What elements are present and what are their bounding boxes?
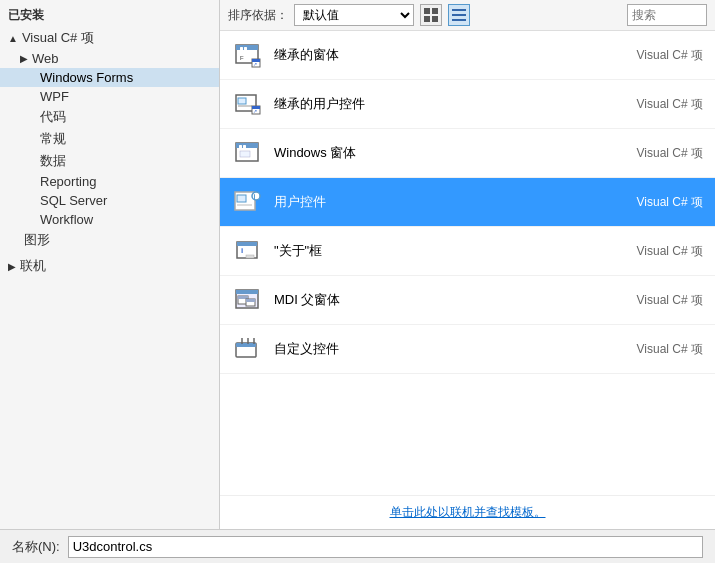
- sidebar-item-code[interactable]: 代码: [0, 106, 219, 128]
- sidebar-label-reporting: Reporting: [40, 174, 96, 189]
- sidebar-label-normal: 常规: [40, 131, 66, 146]
- sidebar-label-windows-forms: Windows Forms: [40, 70, 133, 85]
- custom-control-name: 自定义控件: [274, 340, 627, 358]
- sidebar: 已安装 ▲ Visual C# 项 ▶ Web Windows Forms WP…: [0, 0, 220, 529]
- inherited-form-icon: F ↗: [232, 39, 264, 71]
- template-item-about-box[interactable]: i "关于"框 Visual C# 项: [220, 227, 715, 276]
- template-item-mdi-parent[interactable]: MDI 父窗体 Visual C# 项: [220, 276, 715, 325]
- sidebar-label-wpf: WPF: [40, 89, 69, 104]
- svg-rect-10: [244, 47, 247, 50]
- svg-text:F: F: [240, 55, 244, 61]
- template-item-inherited-form[interactable]: F ↗ 继承的窗体 Visual C# 项: [220, 31, 715, 80]
- windows-form-category: Visual C# 项: [637, 145, 703, 162]
- svg-rect-16: [238, 98, 246, 104]
- sort-select[interactable]: 默认值 名称 类型: [294, 4, 414, 26]
- windows-form-icon: [232, 137, 264, 169]
- svg-rect-23: [239, 145, 242, 148]
- svg-rect-36: [236, 290, 258, 294]
- svg-rect-25: [240, 151, 250, 157]
- footer-link-area: 单击此处以联机并查找模板。: [220, 495, 715, 529]
- sidebar-item-wpf[interactable]: WPF: [0, 87, 219, 106]
- inherited-usercontrol-name: 继承的用户控件: [274, 95, 627, 113]
- toolbar: 排序依据： 默认值 名称 类型: [220, 0, 715, 31]
- sidebar-label-data: 数据: [40, 153, 66, 168]
- name-label: 名称(N):: [12, 538, 60, 556]
- inherited-usercontrol-category: Visual C# 项: [637, 96, 703, 113]
- svg-rect-9: [240, 47, 243, 50]
- sidebar-item-visual-csharp[interactable]: ▲ Visual C# 项: [0, 27, 219, 49]
- sidebar-item-graphics[interactable]: 图形: [0, 229, 219, 251]
- inherited-form-category: Visual C# 项: [637, 47, 703, 64]
- online-template-link[interactable]: 单击此处以联机并查找模板。: [390, 505, 546, 519]
- custom-control-icon: [232, 333, 264, 365]
- template-item-windows-form[interactable]: Windows 窗体 Visual C# 项: [220, 129, 715, 178]
- installed-label: 已安装: [0, 4, 219, 27]
- name-input[interactable]: [68, 536, 703, 558]
- svg-rect-42: [236, 343, 256, 347]
- svg-text:↗: ↗: [253, 61, 257, 67]
- triangle-web: ▶: [20, 53, 28, 64]
- sidebar-item-sql-server[interactable]: SQL Server: [0, 191, 219, 210]
- template-item-user-control[interactable]: i 用户控件 Visual C# 项: [220, 178, 715, 227]
- grid-view-button[interactable]: [420, 4, 442, 26]
- svg-rect-4: [452, 9, 466, 11]
- svg-rect-34: [246, 255, 254, 258]
- svg-text:↗: ↗: [253, 108, 257, 114]
- mdi-parent-name: MDI 父窗体: [274, 291, 627, 309]
- sidebar-label-graphics: 图形: [24, 232, 50, 247]
- sidebar-label-code: 代码: [40, 109, 66, 124]
- sidebar-item-windows-forms[interactable]: Windows Forms: [0, 68, 219, 87]
- triangle-visual-csharp: ▲: [8, 33, 18, 44]
- svg-text:i: i: [241, 246, 243, 255]
- mdi-parent-category: Visual C# 项: [637, 292, 703, 309]
- sidebar-label-visual-csharp: Visual C# 项: [22, 29, 94, 47]
- svg-rect-5: [452, 14, 466, 16]
- sidebar-label-sql-server: SQL Server: [40, 193, 107, 208]
- about-box-category: Visual C# 项: [637, 243, 703, 260]
- template-list: F ↗ 继承的窗体 Visual C# 项: [220, 31, 715, 495]
- svg-rect-6: [452, 19, 466, 21]
- template-item-custom-control[interactable]: 自定义控件 Visual C# 项: [220, 325, 715, 374]
- user-control-icon: i: [232, 186, 264, 218]
- sidebar-item-web[interactable]: ▶ Web: [0, 49, 219, 68]
- svg-rect-32: [237, 242, 257, 246]
- sort-label: 排序依据：: [228, 7, 288, 24]
- svg-rect-3: [432, 16, 438, 22]
- user-control-name: 用户控件: [274, 193, 627, 211]
- inherited-usercontrol-icon: ↗: [232, 88, 264, 120]
- svg-rect-1: [432, 8, 438, 14]
- content-area: 排序依据： 默认值 名称 类型: [220, 0, 715, 529]
- sidebar-item-data[interactable]: 数据: [0, 150, 219, 172]
- svg-rect-17: [238, 105, 252, 107]
- list-view-button[interactable]: [448, 4, 470, 26]
- inherited-form-name: 继承的窗体: [274, 46, 627, 64]
- svg-text:i: i: [254, 193, 256, 200]
- svg-rect-40: [246, 299, 255, 302]
- svg-rect-27: [237, 195, 246, 202]
- svg-rect-2: [424, 16, 430, 22]
- mdi-parent-icon: [232, 284, 264, 316]
- svg-rect-0: [424, 8, 430, 14]
- main-container: 已安装 ▲ Visual C# 项 ▶ Web Windows Forms WP…: [0, 0, 715, 529]
- custom-control-category: Visual C# 项: [637, 341, 703, 358]
- sidebar-item-workflow[interactable]: Workflow: [0, 210, 219, 229]
- svg-rect-28: [237, 204, 252, 206]
- about-box-icon: i: [232, 235, 264, 267]
- sidebar-item-reporting[interactable]: Reporting: [0, 172, 219, 191]
- bottom-bar: 名称(N):: [0, 529, 715, 563]
- search-input[interactable]: [627, 4, 707, 26]
- template-item-inherited-usercontrol[interactable]: ↗ 继承的用户控件 Visual C# 项: [220, 80, 715, 129]
- windows-form-name: Windows 窗体: [274, 144, 627, 162]
- sidebar-label-workflow: Workflow: [40, 212, 93, 227]
- user-control-category: Visual C# 项: [637, 194, 703, 211]
- triangle-online: ▶: [8, 261, 16, 272]
- sidebar-item-online[interactable]: ▶ 联机: [0, 255, 219, 277]
- sidebar-label-online: 联机: [20, 257, 46, 275]
- sidebar-item-normal[interactable]: 常规: [0, 128, 219, 150]
- about-box-name: "关于"框: [274, 242, 627, 260]
- svg-rect-24: [243, 145, 246, 148]
- sidebar-label-web: Web: [32, 51, 59, 66]
